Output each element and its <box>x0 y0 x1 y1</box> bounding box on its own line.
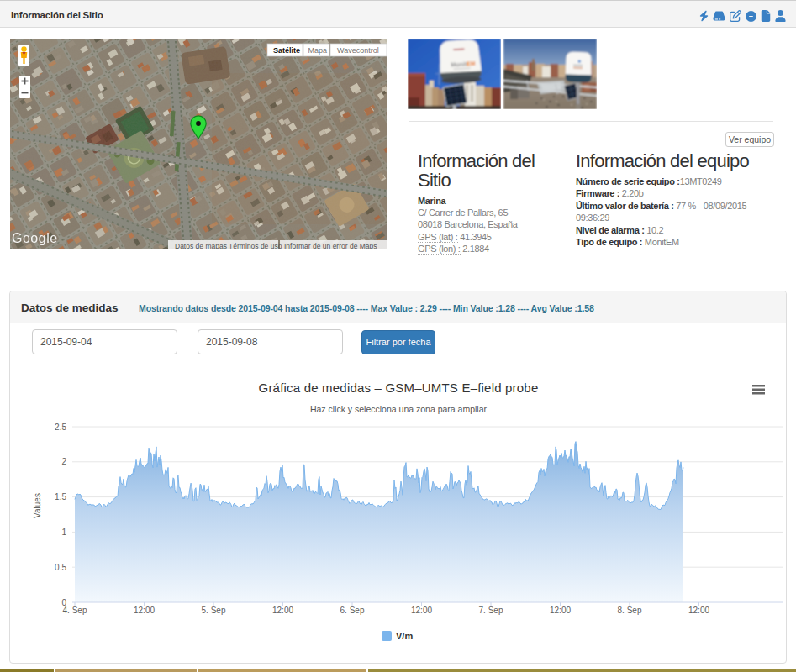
svg-text:V/m: V/m <box>396 631 413 641</box>
svg-text:4. Sep: 4. Sep <box>63 606 87 615</box>
svg-text:2: 2 <box>61 457 66 466</box>
svg-text:Haz click y selecciona una zon: Haz click y selecciona una zona para amp… <box>310 404 488 414</box>
svg-text:5. Sep: 5. Sep <box>202 606 226 615</box>
svg-text:Values: Values <box>33 493 42 518</box>
svg-text:12:00: 12:00 <box>550 606 571 615</box>
svg-text:8. Sep: 8. Sep <box>618 606 642 615</box>
svg-text:1.5: 1.5 <box>55 492 66 501</box>
svg-text:12:00: 12:00 <box>688 606 709 615</box>
svg-text:Gráfica de medidas – GSM–UMTS: Gráfica de medidas – GSM–UMTS E–field pr… <box>259 381 539 395</box>
svg-text:Informar de un error de Maps: Informar de un error de Maps <box>284 242 377 250</box>
svg-text:Wavecontrol: Wavecontrol <box>337 46 379 55</box>
svg-text:12:00: 12:00 <box>272 606 293 615</box>
svg-text:Mapa: Mapa <box>308 46 328 55</box>
svg-text:6. Sep: 6. Sep <box>340 606 365 615</box>
svg-text:Google: Google <box>12 231 58 245</box>
svg-text:1: 1 <box>61 528 66 537</box>
svg-text:12:00: 12:00 <box>411 606 432 615</box>
svg-text:Datos de mapas Términos de u: Datos de mapas Términos de uso <box>175 242 282 250</box>
svg-text:0: 0 <box>61 598 66 607</box>
svg-text:0.5: 0.5 <box>55 563 66 572</box>
svg-text:Satélite: Satélite <box>273 46 300 55</box>
svg-text:2.5: 2.5 <box>55 423 66 432</box>
svg-text:12:00: 12:00 <box>134 606 155 615</box>
svg-text:7. Sep: 7. Sep <box>479 606 503 615</box>
